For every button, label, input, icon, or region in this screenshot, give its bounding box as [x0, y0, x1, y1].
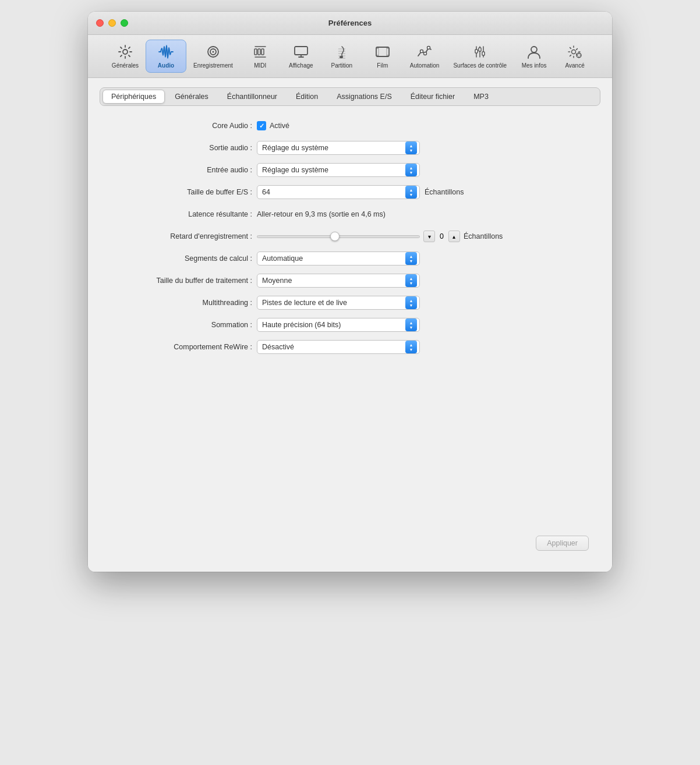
subtab-assignations[interactable]: Assignations E/S: [328, 90, 401, 104]
svg-rect-7: [295, 47, 307, 55]
buffer-io-row: Taille de buffer E/S : 64 ▲ ▼ Échantillo…: [105, 184, 595, 200]
sommation-select[interactable]: Haute précision (64 bits) ▲ ▼: [257, 318, 420, 332]
chevron-up-icon: ▲: [409, 254, 413, 258]
chevron-down-icon: ▼: [409, 325, 413, 330]
retard-decrement-button[interactable]: ▾: [423, 231, 435, 242]
latence-row: Latence résultante : Aller-retour en 9,3…: [105, 206, 595, 222]
toolbar-item-midi[interactable]: MIDI: [240, 40, 281, 72]
sortie-audio-select[interactable]: Réglage du système ▲ ▼: [257, 141, 420, 155]
retard-slider-thumb[interactable]: [330, 232, 340, 241]
buffer-traitement-row: Taille du buffer de traitement : Moyenne…: [105, 272, 595, 289]
toolbar-label-affichage: Affichage: [289, 62, 313, 69]
multithreading-label: Multithreading :: [105, 299, 257, 307]
toolbar-item-audio[interactable]: Audio: [146, 40, 186, 73]
sortie-audio-arrows: ▲ ▼: [405, 141, 417, 154]
chevron-up-icon: ▲: [409, 299, 413, 303]
preferences-window: Préférences Générales Audio: [88, 12, 612, 572]
chevron-down-icon: ▼: [409, 171, 413, 175]
entree-audio-control: Réglage du système ▲ ▼: [257, 163, 595, 177]
latence-label: Latence résultante :: [105, 210, 257, 218]
entree-audio-value: Réglage du système: [262, 166, 405, 174]
segments-row: Segments de calcul : Automatique ▲ ▼: [105, 250, 595, 267]
window-title: Préférences: [328, 19, 372, 27]
close-button[interactable]: [96, 19, 104, 27]
subtab-echantillonneur[interactable]: Échantillonneur: [218, 90, 286, 104]
sortie-audio-label: Sortie audio :: [105, 144, 257, 152]
entree-audio-arrows: ▲ ▼: [405, 164, 417, 176]
content-area: Périphériques Générales Échantillonneur …: [88, 78, 612, 572]
latence-control: Aller-retour en 9,3 ms (sortie en 4,6 ms…: [257, 210, 595, 218]
rewire-label: Comportement ReWire :: [105, 343, 257, 351]
toolbar-label-midi: MIDI: [254, 62, 266, 69]
minimize-button[interactable]: [108, 19, 116, 27]
subtab-generales[interactable]: Générales: [166, 90, 217, 104]
titlebar: Préférences: [88, 12, 612, 35]
toolbar-item-avance[interactable]: Avancé: [554, 40, 595, 72]
multithreading-control: Pistes de lecture et de live ▲ ▼: [257, 296, 595, 310]
buffer-traitement-arrows: ▲ ▼: [405, 274, 417, 287]
content-spacer: [100, 361, 600, 524]
multithreading-select[interactable]: Pistes de lecture et de live ▲ ▼: [257, 296, 420, 310]
subtab-editeur[interactable]: Éditeur fichier: [402, 90, 464, 104]
segments-select[interactable]: Automatique ▲ ▼: [257, 252, 420, 265]
toolbar-item-surfaces[interactable]: Surfaces de contrôle: [446, 40, 514, 72]
subtab-peripheriques[interactable]: Périphériques: [102, 90, 165, 104]
subtabs-bar: Périphériques Générales Échantillonneur …: [100, 87, 600, 106]
svg-point-23: [531, 47, 537, 52]
display-icon: [292, 44, 310, 60]
toolbar-item-automation[interactable]: Automation: [403, 40, 447, 72]
segments-label: Segments de calcul :: [105, 254, 257, 263]
toolbar-item-enregistrement[interactable]: Enregistrement: [186, 40, 240, 72]
buffer-io-select[interactable]: 64 ▲ ▼: [257, 185, 420, 199]
chevron-up-icon: ▲: [409, 321, 413, 325]
core-audio-value: Activé: [270, 122, 289, 130]
multithreading-row: Multithreading : Pistes de lecture et de…: [105, 295, 595, 311]
chevron-down-icon: ▼: [409, 348, 413, 352]
retard-increment-button[interactable]: ▴: [448, 231, 460, 242]
subtab-mp3[interactable]: MP3: [465, 90, 497, 104]
maximize-button[interactable]: [121, 19, 128, 27]
toolbar-item-partition[interactable]: Partition: [321, 40, 362, 72]
svg-rect-6: [261, 49, 264, 55]
toolbar-item-generales[interactable]: Générales: [105, 40, 146, 72]
buffer-io-value: 64: [262, 188, 405, 196]
entree-audio-select[interactable]: Réglage du système ▲ ▼: [257, 163, 420, 177]
chevron-up-icon: ▲: [409, 343, 413, 347]
sommation-arrows: ▲ ▼: [405, 318, 417, 331]
toolbar-label-surfaces: Surfaces de contrôle: [453, 62, 507, 69]
rewire-value: Désactivé: [262, 343, 405, 351]
rewire-select[interactable]: Désactivé ▲ ▼: [257, 340, 420, 354]
svg-rect-11: [387, 47, 389, 49]
retard-value: 0: [436, 232, 447, 240]
toolbar-label-automation: Automation: [410, 62, 440, 69]
toolbar-item-mesinfos[interactable]: Mes infos: [514, 40, 554, 72]
svg-rect-12: [376, 55, 379, 56]
multithreading-value: Pistes de lecture et de live: [262, 299, 405, 307]
buffer-traitement-select[interactable]: Moyenne ▲ ▼: [257, 274, 420, 288]
apply-button[interactable]: Appliquer: [536, 536, 589, 551]
core-audio-label: Core Audio :: [105, 122, 257, 130]
rewire-control: Désactivé ▲ ▼: [257, 340, 595, 354]
segments-control: Automatique ▲ ▼: [257, 252, 595, 265]
sortie-audio-control: Réglage du système ▲ ▼: [257, 141, 595, 155]
chevron-up-icon: ▲: [409, 277, 413, 281]
svg-point-0: [123, 49, 128, 54]
sommation-row: Sommation : Haute précision (64 bits) ▲ …: [105, 317, 595, 333]
svg-rect-21: [479, 48, 481, 51]
svg-point-15: [424, 52, 427, 55]
automation-icon: [416, 44, 433, 60]
retard-slider-track[interactable]: [257, 235, 420, 238]
chevron-down-icon: ▼: [409, 148, 413, 153]
midi-icon: [252, 44, 269, 60]
latence-value: Aller-retour en 9,3 ms (sortie en 4,6 ms…: [257, 210, 386, 218]
svg-point-8: [340, 56, 343, 58]
svg-point-24: [572, 50, 576, 54]
chevron-down-icon: ▼: [409, 303, 413, 307]
subtab-edition[interactable]: Édition: [287, 90, 327, 104]
advanced-gear-icon: [566, 44, 584, 60]
toolbar-item-affichage[interactable]: Affichage: [281, 40, 321, 72]
gear-icon: [116, 44, 134, 60]
film-icon: [374, 44, 391, 60]
core-audio-checkbox[interactable]: ✓: [257, 121, 266, 130]
toolbar-item-film[interactable]: Film: [362, 40, 403, 72]
